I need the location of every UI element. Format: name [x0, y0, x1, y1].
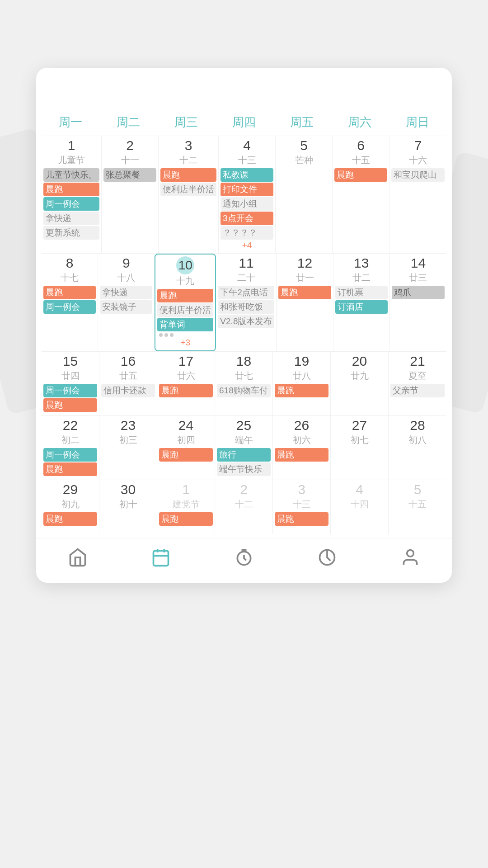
event-tag[interactable]: 晨跑 — [334, 168, 387, 182]
event-tag[interactable]: 拿快递 — [100, 286, 152, 299]
event-tag[interactable]: 周一例会 — [43, 300, 96, 314]
day-number: 30 — [101, 482, 155, 497]
event-tag[interactable]: 打印文件 — [221, 183, 273, 196]
nav-item-calendar[interactable] — [151, 547, 171, 572]
day-cell-20[interactable]: 20廿九 — [331, 352, 389, 415]
day-cell-10[interactable]: 10十九晨跑便利店半价活背单词+3 — [155, 254, 216, 351]
event-tag[interactable]: 和宝贝爬山 — [391, 168, 445, 182]
event-tag[interactable]: 背单词 — [157, 318, 213, 331]
event-tag[interactable]: 和张哥吃饭 — [218, 300, 274, 314]
event-tag[interactable]: 安装镜子 — [100, 300, 152, 314]
day-cell-21[interactable]: 21夏至父亲节 — [389, 352, 446, 415]
event-tag[interactable]: 晨跑 — [275, 384, 328, 397]
day-number: 7 — [391, 138, 445, 153]
more-events-indicator[interactable]: +4 — [221, 241, 273, 250]
event-tag[interactable]: 晨跑 — [43, 512, 97, 526]
event-tag[interactable]: 周一例会 — [43, 197, 99, 211]
event-tag[interactable]: 3点开会 — [221, 212, 273, 225]
day-cell-6[interactable]: 6十五晨跑 — [333, 136, 389, 253]
day-lunar: 初九 — [43, 498, 97, 510]
day-headers-row: 周一周二周三周四周五周六周日 — [42, 111, 446, 134]
event-tag[interactable]: 晨跑 — [43, 462, 97, 476]
day-header-周日: 周日 — [389, 111, 446, 134]
day-number: 19 — [275, 354, 328, 369]
event-tag[interactable]: 晨跑 — [275, 448, 328, 462]
day-number: 26 — [275, 418, 328, 433]
day-cell-24[interactable]: 24初四晨跑 — [157, 416, 215, 480]
event-tag[interactable]: 下午2点电话 — [218, 286, 274, 299]
day-number: 28 — [390, 418, 445, 433]
event-tag[interactable]: 周一例会 — [43, 448, 97, 462]
event-tag[interactable]: 父亲节 — [390, 384, 445, 397]
nav-item-home[interactable] — [68, 547, 88, 572]
event-tag[interactable]: 更新系统 — [43, 226, 99, 240]
event-tag[interactable]: 晨跑 — [159, 448, 213, 462]
day-cell-2[interactable]: 2十一张总聚餐 — [102, 136, 159, 253]
event-tag[interactable]: 晨跑 — [159, 384, 213, 397]
day-lunar: 十八 — [100, 272, 152, 284]
more-events-indicator[interactable]: +3 — [157, 338, 213, 348]
event-tag[interactable]: 晨跑 — [160, 168, 216, 182]
event-tag[interactable]: ？？？？ — [221, 226, 273, 240]
event-tag[interactable]: 信用卡还款 — [101, 384, 155, 397]
day-cell-29[interactable]: 29初九晨跑 — [42, 480, 99, 534]
event-tag[interactable]: 订机票 — [335, 286, 388, 299]
day-cell-3[interactable]: 3十二晨跑便利店半价活 — [159, 136, 219, 253]
day-cell-16[interactable]: 16廿五信用卡还款 — [99, 352, 157, 415]
day-cell-5-other[interactable]: 5十五 — [389, 480, 446, 534]
day-cell-12[interactable]: 12廿一晨跑 — [277, 254, 333, 351]
day-cell-7[interactable]: 7十六和宝贝爬山 — [389, 136, 446, 253]
day-header-周一: 周一 — [42, 111, 99, 134]
event-tag[interactable]: 便利店半价活 — [157, 303, 213, 317]
day-cell-13[interactable]: 13廿二订机票订酒店 — [333, 254, 390, 351]
event-tag[interactable]: 私教课 — [221, 168, 273, 182]
event-tag[interactable]: 订酒店 — [335, 300, 388, 314]
event-tag[interactable]: 鸡爪 — [392, 286, 445, 299]
event-tag[interactable]: V2.8版本发布 — [218, 315, 274, 328]
event-tag[interactable]: 晨跑 — [278, 286, 331, 299]
day-cell-4[interactable]: 4十三私教课打印文件通知小组3点开会？？？？+4 — [219, 136, 276, 253]
event-tag[interactable]: 张总聚餐 — [103, 168, 156, 182]
day-cell-8[interactable]: 8十七晨跑周一例会 — [42, 254, 98, 351]
day-lunar: 十六 — [391, 154, 445, 166]
day-cell-30[interactable]: 30初十 — [99, 480, 157, 534]
event-tag[interactable]: 晨跑 — [43, 286, 96, 299]
event-tag[interactable]: 拿快递 — [43, 212, 99, 225]
event-tag[interactable]: 晨跑 — [43, 398, 97, 412]
day-cell-1[interactable]: 1儿童节儿童节快乐。晨跑周一例会拿快递更新系统 — [42, 136, 102, 253]
day-cell-14[interactable]: 14廿三鸡爪 — [390, 254, 446, 351]
day-cell-27[interactable]: 27初七 — [331, 416, 389, 480]
nav-item-analytics[interactable] — [317, 547, 337, 572]
event-tag[interactable]: 端午节快乐 — [217, 462, 271, 476]
event-tag[interactable]: 旅行 — [217, 448, 271, 462]
event-tag[interactable]: 晨跑 — [43, 183, 99, 196]
day-cell-15[interactable]: 15廿四周一例会晨跑 — [42, 352, 99, 415]
day-cell-5[interactable]: 5芒种 — [276, 136, 333, 253]
day-cell-9[interactable]: 9十八拿快递安装镜子 — [98, 254, 155, 351]
day-cell-2-other[interactable]: 2十二 — [215, 480, 273, 534]
nav-item-timer[interactable] — [234, 547, 254, 572]
day-cell-22[interactable]: 22初二周一例会晨跑 — [42, 416, 99, 480]
day-cell-11[interactable]: 11二十下午2点电话和张哥吃饭V2.8版本发布 — [216, 254, 277, 351]
event-tag[interactable]: 晨跑 — [157, 289, 213, 302]
day-number: 1 — [43, 138, 99, 153]
day-cell-23[interactable]: 23初三 — [99, 416, 157, 480]
event-tag[interactable]: 周一例会 — [43, 384, 97, 397]
event-tag[interactable]: 618购物车付 — [217, 384, 271, 397]
day-cell-17[interactable]: 17廿六晨跑 — [157, 352, 215, 415]
day-cell-28[interactable]: 28初八 — [389, 416, 446, 480]
day-cell-3-other[interactable]: 3十三晨跑 — [273, 480, 331, 534]
event-tag[interactable]: 便利店半价活 — [160, 183, 216, 196]
day-number: 9 — [100, 255, 152, 271]
day-cell-25[interactable]: 25端午旅行端午节快乐 — [215, 416, 273, 480]
day-cell-18[interactable]: 18廿七618购物车付 — [215, 352, 273, 415]
nav-item-profile[interactable] — [400, 547, 420, 572]
event-tag[interactable]: 晨跑 — [159, 512, 213, 526]
event-tag[interactable]: 儿童节快乐。 — [43, 168, 99, 182]
day-cell-26[interactable]: 26初六晨跑 — [273, 416, 331, 480]
event-tag[interactable]: 晨跑 — [275, 512, 328, 526]
day-cell-4-other[interactable]: 4十四 — [331, 480, 389, 534]
day-cell-19[interactable]: 19廿八晨跑 — [273, 352, 331, 415]
event-tag[interactable]: 通知小组 — [221, 197, 273, 211]
day-cell-1-other[interactable]: 1建党节晨跑 — [157, 480, 215, 534]
